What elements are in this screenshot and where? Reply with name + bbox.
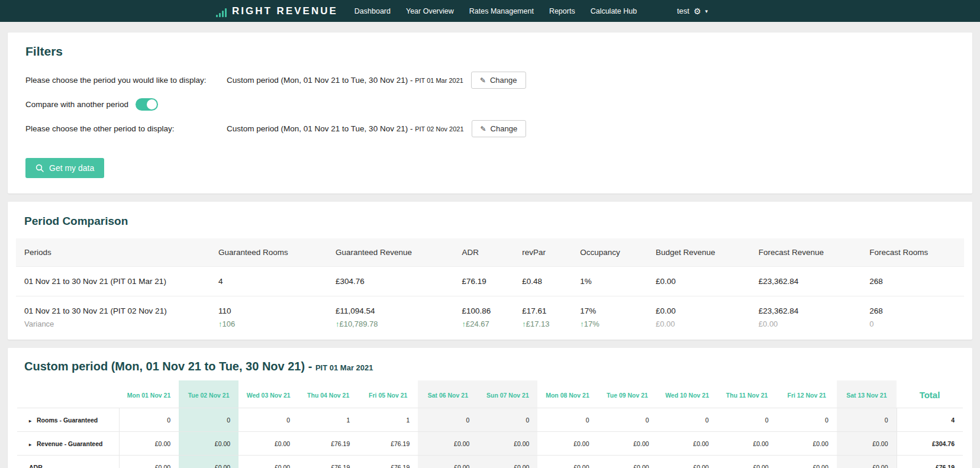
cmp-value: £100.86 [462,306,508,315]
expand-triangle-icon: ▸ [29,418,31,424]
daily-row-label-adr: ADR [17,456,119,468]
daily-cell: £0.00 [418,456,478,468]
cmp-header-forecast-revenue: Forecast Revenue [752,238,862,267]
cmp-value-cell: 268 [862,267,964,296]
daily-cell: £76.19 [298,456,358,468]
cmp-value-cell: 2680 [862,296,964,339]
cmp-value: £11,094.54 [336,306,448,315]
daily-cell: £0.00 [238,432,298,456]
cmp-header-guaranteed-revenue: Guaranteed Revenue [328,238,455,267]
nav-item-calculate-hub[interactable]: Calculate Hub [591,7,637,15]
cmp-value: £304.76 [336,277,448,286]
cmp-value: 1% [580,277,641,286]
cmp-period-name: 01 Nov 21 to 30 Nov 21 (PIT 01 Mar 21) [24,277,204,286]
cmp-header-periods: Periods [16,238,211,267]
cmp-value: £76.19 [462,277,508,286]
user-menu[interactable]: test ⚙ ▾ [677,7,708,15]
arrow-up-icon: ↑ [218,319,223,328]
daily-cell: £0.00 [657,456,717,468]
daily-header-mon-08-nov-21: Mon 08 Nov 21 [537,380,597,408]
bar-chart-logo-icon [216,8,227,17]
pencil-icon: ✎ [480,76,486,85]
daily-header-sat-06-nov-21: Sat 06 Nov 21 [418,380,478,408]
daily-cell: 0 [418,408,478,432]
change-other-period-button[interactable]: ✎ Change [472,120,527,137]
period-comparison-title: Period Comparison [24,215,956,228]
daily-cell: £0.00 [238,456,298,468]
cmp-variance-value: ↑£24.67 [462,319,508,328]
daily-cell: £0.00 [598,432,657,456]
nav-item-rates-management[interactable]: Rates Management [469,7,534,15]
compare-toggle[interactable] [136,98,158,111]
daily-cell: 0 [837,408,897,432]
nav-item-reports[interactable]: Reports [549,7,575,15]
custom-period-pit: PIT 01 Mar 2021 [315,363,373,372]
cmp-value: £0.48 [522,277,566,286]
cmp-value: £23,362.84 [759,277,855,286]
nav-item-year-overview[interactable]: Year Overview [406,7,454,15]
daily-row-label-rooms-guaranteed[interactable]: ▸Rooms - Guaranteed [17,408,119,432]
change-period-button[interactable]: ✎ Change [471,72,526,89]
daily-header-mon-01-nov-21: Mon 01 Nov 21 [119,380,179,408]
cmp-value-cell: £100.86↑£24.67 [455,296,515,339]
daily-cell: 0 [119,408,179,432]
cmp-period-name: 01 Nov 21 to 30 Nov 21 (PIT 02 Nov 21) [24,306,204,315]
daily-total-cell: £76.19 [897,456,963,468]
get-my-data-button[interactable]: Get my data [25,158,104,178]
daily-row-label-revenue-guaranteed[interactable]: ▸Revenue - Guaranteed [17,432,119,456]
cmp-value-cell: £76.19 [455,267,515,296]
daily-cell: 0 [717,408,777,432]
search-icon [36,164,44,172]
cmp-header-revpar: revPar [515,238,573,267]
nav-item-dashboard[interactable]: Dashboard [354,7,391,15]
cmp-value: £0.00 [656,306,744,315]
compare-row: Compare with another period [25,96,955,112]
daily-total-cell: 4 [897,408,963,432]
cmp-header-occupancy: Occupancy [573,238,649,267]
daily-cell: 1 [298,408,358,432]
cmp-value-cell: 1% [573,267,649,296]
cmp-value-cell: £17.61↑£17.13 [515,296,573,339]
arrow-up-icon: ↑ [522,319,526,328]
daily-total-cell: £304.76 [897,432,963,456]
cmp-variance-value: ↑£10,789.78 [336,319,448,328]
cmp-value: 268 [869,277,957,286]
daily-cell: 0 [179,408,238,432]
cmp-header-guaranteed-rooms: Guaranteed Rooms [211,238,328,267]
cmp-value: £0.00 [656,277,744,286]
daily-header-thu-04-nov-21: Thu 04 Nov 21 [298,380,358,408]
cmp-row: 01 Nov 21 to 30 Nov 21 (PIT 01 Mar 21)4£… [16,267,964,296]
custom-period-title: Custom period (Mon, 01 Nov 21 to Tue, 30… [24,360,956,373]
cmp-value-cell: 4 [211,267,328,296]
cmp-variance-value: £0.00 [759,319,855,328]
user-name: test [677,7,689,15]
daily-header-tue-09-nov-21: Tue 09 Nov 21 [598,380,657,408]
period-comparison-table: PeriodsGuaranteed RoomsGuaranteed Revenu… [16,238,964,338]
filters-card: Filters Please choose the period you wou… [8,33,972,193]
cmp-value-cell: 17%↑17% [573,296,649,339]
cmp-variance-value: 0 [869,319,957,328]
cmp-value-cell: £0.00 [649,267,752,296]
period-pit: PIT 01 Mar 2021 [415,77,463,84]
period-comparison-card: Period Comparison PeriodsGuaranteed Room… [8,202,972,340]
cmp-value-cell: £0.48 [515,267,573,296]
other-period-value: Custom period (Mon, 01 Nov 21 to Tue, 30… [227,124,464,133]
daily-header-tue-02-nov-21: Tue 02 Nov 21 [179,380,238,408]
daily-cell: 0 [537,408,597,432]
brand-logo[interactable]: RIGHT REVENUE [216,5,338,17]
daily-header-fri-12-nov-21: Fri 12 Nov 21 [777,380,837,408]
period-value: Custom period (Mon, 01 Nov 21 to Tue, 30… [227,76,463,85]
arrow-up-icon: ↑ [580,319,584,328]
arrow-up-icon: ↑ [336,319,340,328]
cmp-header-adr: ADR [455,238,515,267]
daily-cell: 0 [478,408,537,432]
cmp-period-cell: 01 Nov 21 to 30 Nov 21 (PIT 02 Nov 21)Va… [16,296,211,339]
other-period-pit: PIT 02 Nov 2021 [415,125,463,133]
cmp-value: 17% [580,306,641,315]
period-row: Please choose the period you would like … [25,72,955,89]
daily-cell: £0.00 [777,456,837,468]
daily-cell: £76.19 [298,432,358,456]
cmp-value: 4 [218,277,321,286]
cmp-value-cell: £11,094.54↑£10,789.78 [328,296,455,339]
daily-header-sat-13-nov-21: Sat 13 Nov 21 [837,380,897,408]
